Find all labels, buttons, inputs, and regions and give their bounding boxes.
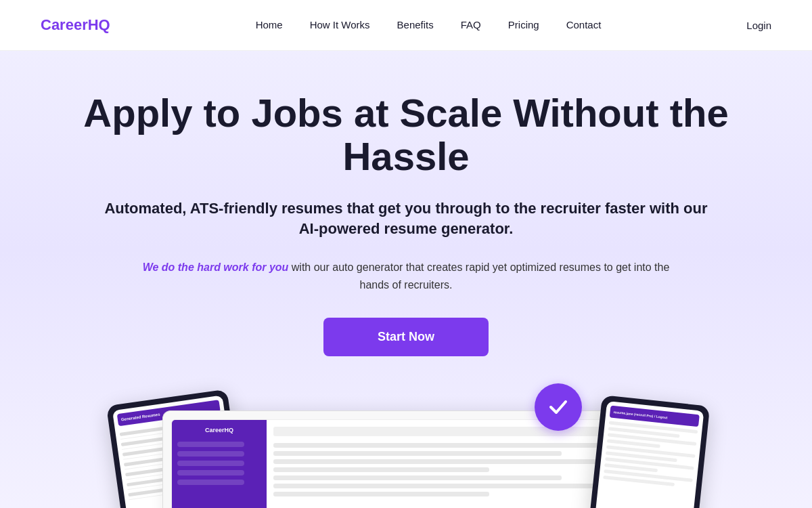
sidebar-item-3 — [177, 461, 244, 466]
hero-description: We do the hard work for you with our aut… — [135, 259, 677, 293]
sidebar-item-1 — [177, 442, 244, 447]
phone-right-mockup: resume.jane (recruit Pro) / Logout — [589, 396, 710, 508]
app-sidebar-logo: CareerHQ — [177, 427, 261, 433]
hero-subtitle: Automated, ATS-friendly resumes that get… — [102, 198, 710, 240]
sidebar-item-4 — [177, 470, 244, 475]
nav-link-home[interactable]: Home — [256, 19, 283, 30]
navbar: CareerHQ Home How It Works Benefits FAQ … — [0, 0, 812, 51]
app-content-body — [273, 443, 633, 496]
login-button[interactable]: Login — [746, 20, 771, 31]
app-sidebar: CareerHQ — [172, 420, 267, 508]
sidebar-item-5 — [177, 480, 244, 485]
logo[interactable]: CareerHQ — [41, 16, 110, 34]
nav-link-contact[interactable]: Contact — [566, 19, 602, 30]
app-content-header — [273, 427, 633, 436]
hero-description-rest: with our auto generator that creates rap… — [288, 261, 669, 291]
nav-item-benefits[interactable]: Benefits — [397, 19, 434, 31]
nav-item-contact[interactable]: Contact — [566, 19, 602, 31]
phone-right-screen: resume.jane (recruit Pro) / Logout — [595, 401, 704, 508]
start-now-button[interactable]: Start Now — [323, 318, 489, 356]
content-line-5 — [273, 475, 562, 480]
hero-section: Apply to Jobs at Scale Without the Hassl… — [0, 51, 812, 508]
nav-link-pricing[interactable]: Pricing — [508, 19, 539, 30]
nav-link-benefits[interactable]: Benefits — [397, 19, 434, 30]
nav-item-home[interactable]: Home — [256, 19, 283, 31]
nav-link-how-it-works[interactable]: How It Works — [310, 19, 370, 30]
nav-item-how-it-works[interactable]: How It Works — [310, 19, 370, 31]
content-line-1 — [273, 443, 633, 448]
nav-item-pricing[interactable]: Pricing — [508, 19, 539, 31]
content-line-4 — [273, 467, 489, 472]
laptop-mockup: CareerHQ — [162, 410, 650, 508]
app-main-content — [267, 420, 640, 508]
content-line-6 — [273, 484, 633, 488]
phone-right-header-label: resume.jane (recruit Pro) / Logout — [613, 410, 667, 419]
phone-header-label: Generated Resumes — [121, 412, 160, 422]
content-line-2 — [273, 451, 562, 456]
sidebar-item-2 — [177, 451, 244, 457]
checkmark-icon — [546, 395, 570, 419]
checkmark-badge — [535, 383, 582, 431]
hero-preview: Generated Resumes — [102, 390, 710, 508]
phone-right-content — [603, 421, 698, 488]
nav-link-faq[interactable]: FAQ — [461, 19, 481, 30]
hero-highlight: We do the hard work for you — [143, 261, 289, 273]
content-line-3 — [273, 459, 633, 464]
nav-links: Home How It Works Benefits FAQ Pricing C… — [256, 19, 602, 31]
content-line-7 — [273, 492, 489, 496]
nav-item-faq[interactable]: FAQ — [461, 19, 481, 31]
laptop-screen: CareerHQ — [171, 419, 641, 508]
hero-title: Apply to Jobs at Scale Without the Hassl… — [68, 91, 744, 178]
